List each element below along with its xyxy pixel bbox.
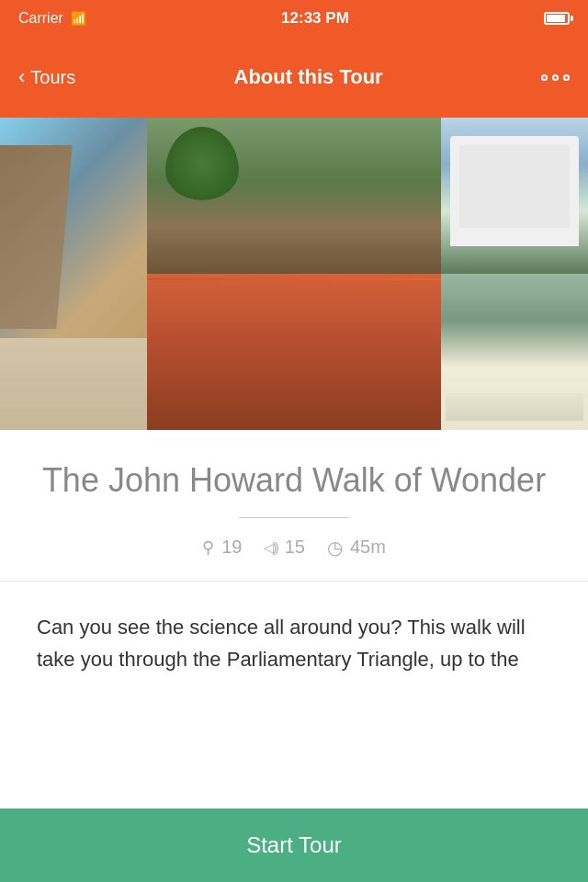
more-dot-3 [563,74,570,81]
carrier-label: Carrier [18,10,63,27]
hero-image-3 [147,274,441,430]
battery-icon [544,12,570,25]
wifi-icon: 📶 [71,11,86,26]
more-dot-1 [541,74,548,81]
hero-image-2 [147,118,441,274]
hero-image-1 [0,118,147,430]
clock-icon [327,537,343,559]
back-button[interactable]: ‹ Tours [18,67,75,88]
hero-image-grid [0,118,588,430]
tour-description: Can you see the science all around you? … [0,582,588,786]
hero-image-4 [441,118,588,274]
audio-count: 15 [285,537,305,558]
hero-image-5 [441,274,588,430]
start-tour-label: Start Tour [246,832,342,858]
tour-title: The John Howard Walk of Wonder [37,459,551,503]
stops-count: 19 [221,537,242,558]
hero-image-middle [147,118,441,430]
back-label: Tours [30,67,75,88]
duration-value: 45m [350,537,386,558]
status-bar-right [544,12,570,25]
status-bar: Carrier 📶 12:33 PM [0,0,588,37]
more-button[interactable] [541,74,570,81]
more-dot-2 [552,74,559,81]
audio-icon [264,537,277,557]
nav-bar: ‹ Tours About this Tour [0,37,588,118]
stops-stat: 19 [202,537,242,558]
start-tour-button[interactable]: Start Tour [0,808,588,882]
tour-stats: 19 15 45m [37,537,551,559]
tour-divider [239,517,349,518]
chevron-left-icon: ‹ [18,67,25,87]
pin-icon [202,537,214,558]
description-text: Can you see the science all around you? … [37,611,551,675]
duration-stat: 45m [327,537,386,559]
nav-title: About this Tour [75,65,541,89]
hero-image-right [441,118,588,430]
audio-stat: 15 [264,537,305,558]
status-bar-left: Carrier 📶 [18,10,86,27]
tour-info-section: The John Howard Walk of Wonder 19 15 45m [0,430,588,582]
status-bar-time: 12:33 PM [281,9,349,28]
